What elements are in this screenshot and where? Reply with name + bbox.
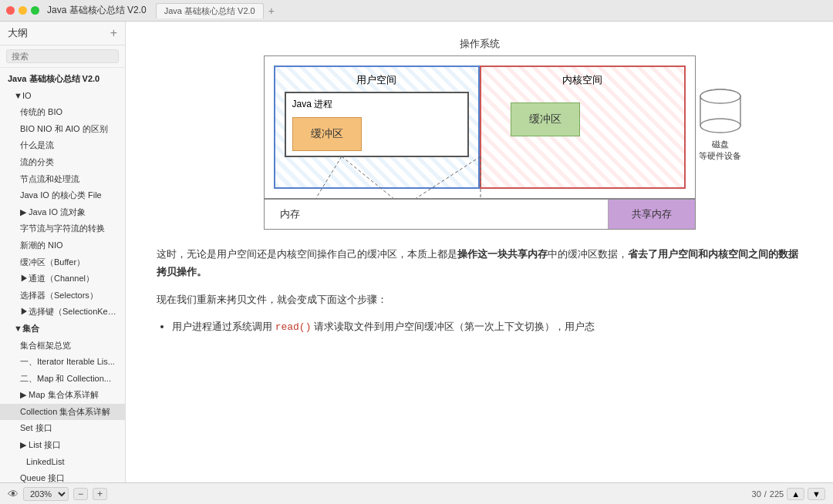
bottom-bar: 👁 203% 100% 150% − + 30 / 225 ▲ ▼ (0, 482, 833, 504)
window-controls (6, 6, 39, 15)
sidebar-tree: Java 基础核心总结 V2.0 ▼IO 传统的 BIO BIO NIO 和 A… (0, 68, 125, 482)
memory-row: 内存 共享内存 (264, 199, 696, 230)
page-next-button[interactable]: ▼ (808, 488, 825, 500)
java-process-box: Java 进程 缓冲区 (285, 92, 469, 157)
diagram-container: 操作系统 用户空间 Java 进程 缓冲区 (264, 37, 696, 230)
sidebar-header: 大纲 + (0, 22, 125, 45)
os-label: 操作系统 (264, 37, 696, 51)
tree-item-list[interactable]: ▶ List 接口 (0, 437, 125, 454)
tree-item-buffer[interactable]: 缓冲区（Buffer） (0, 254, 125, 271)
para1-bold: 操作这一块共享内存 (457, 248, 548, 260)
tree-item-char-stream[interactable]: 字节流与字符流的转换 (0, 220, 125, 237)
tree-item-map-system[interactable]: ▶ Map 集合体系详解 (0, 387, 125, 404)
sidebar-add-button[interactable]: + (110, 26, 117, 40)
tree-item-bio[interactable]: 传统的 BIO (0, 104, 125, 121)
para1-end: 中的缓冲区数据， (548, 248, 628, 260)
app-title: Java 基础核心总结 V2.0 (47, 4, 147, 17)
user-space-label: 用户空间 (282, 73, 472, 87)
tree-item-channel[interactable]: ▶通道（Channel） (0, 270, 125, 287)
zoom-out-button[interactable]: − (73, 488, 88, 500)
add-tab-button[interactable]: + (268, 5, 275, 17)
tree-item-selectionkey[interactable]: ▶选择键（SelectionKey） (0, 304, 125, 321)
tree-item-collection-system[interactable]: Collection 集合体系详解 (0, 404, 125, 421)
disk-label: 磁盘等硬件设备 (693, 139, 747, 163)
zoom-in-button[interactable]: + (93, 488, 107, 500)
tree-item-map-collection[interactable]: 二、Map 和 Collection... (0, 371, 125, 388)
tree-item-java-io-file[interactable]: Java IO 的核心类 File (0, 187, 125, 204)
tree-item-selectors[interactable]: 选择器（Selectors） (0, 287, 125, 304)
shared-mem-label: 共享内存 (608, 200, 695, 229)
page-separator: / (764, 489, 767, 499)
zoom-select[interactable]: 203% 100% 150% (23, 487, 69, 501)
page-number: 30 (752, 489, 761, 499)
tree-item-new-nio[interactable]: 新潮的 NIO (0, 237, 125, 254)
para1: 这时，无论是用户空间还是内核空间操作自己的缓冲区，本质上都是操作这一块共享内存中… (157, 245, 802, 281)
tree-item-iterator[interactable]: 一、Iterator Iterable Lis... (0, 354, 125, 371)
kernel-space-label: 内核空间 (487, 73, 678, 87)
title-bar: Java 基础核心总结 V2.0 Java 基础核心总结 V2.0 + (0, 0, 833, 22)
tree-item-collection[interactable]: ▼集合 (0, 321, 125, 338)
bullet-item-1: 用户进程通过系统调用 read() 请求读取文件到用户空间缓冲区（第一次上下文切… (172, 318, 802, 336)
para2: 现在我们重新来拷贝文件，就会变成下面这个步骤： (157, 291, 802, 308)
para1-text: 这时，无论是用户空间还是内核空间操作自己的缓冲区，本质上都是 (157, 248, 457, 260)
buffer-green: 缓冲区 (511, 102, 580, 136)
sidebar-search-container (0, 45, 125, 68)
bullet1-start: 用户进程通过系统调用 (172, 321, 275, 332)
main-layout: 大纲 + Java 基础核心总结 V2.0 ▼IO 传统的 BIO BIO NI… (0, 22, 833, 482)
tree-item-queue[interactable]: Queue 接口 (0, 470, 125, 482)
user-space: 用户空间 Java 进程 缓冲区 (274, 66, 480, 189)
page-prev-button[interactable]: ▲ (787, 488, 804, 500)
tree-item-collection-overview[interactable]: 集合框架总览 (0, 338, 125, 354)
bullet1-code: read() (275, 321, 312, 333)
os-box: 用户空间 Java 进程 缓冲区 内核空间 缓冲区 (264, 55, 696, 199)
eye-icon: 👁 (8, 488, 19, 500)
disk-svg (699, 89, 742, 135)
content-main: 操作系统 用户空间 Java 进程 缓冲区 (126, 22, 833, 482)
bullet1-end: 请求读取文件到用户空间缓冲区（第一次上下文切换），用户态 (311, 321, 595, 332)
tree-item-linkedlist[interactable]: LinkedList (0, 454, 125, 471)
spaces-row: 用户空间 Java 进程 缓冲区 内核空间 缓冲区 (274, 66, 686, 189)
svg-point-3 (700, 89, 740, 103)
mem-label: 内存 (265, 200, 608, 229)
tree-item-set[interactable]: Set 接口 (0, 420, 125, 437)
content-area: 操作系统 用户空间 Java 进程 缓冲区 (126, 22, 833, 482)
kernel-space: 内核空间 缓冲区 (480, 66, 686, 189)
search-input[interactable] (6, 49, 119, 63)
java-process-label: Java 进程 (292, 98, 461, 111)
maximize-button[interactable] (31, 6, 39, 15)
bottom-bar-right: 30 / 225 ▲ ▼ (752, 488, 825, 500)
sidebar-title: 大纲 (8, 26, 28, 40)
bottom-bar-left: 👁 203% 100% 150% − + (8, 487, 107, 501)
tree-item-stream[interactable]: 什么是流 (0, 137, 125, 154)
tree-item-node-stream[interactable]: 节点流和处理流 (0, 171, 125, 188)
bullet-list: 用户进程通过系统调用 read() 请求读取文件到用户空间缓冲区（第一次上下文切… (172, 318, 802, 336)
sidebar: 大纲 + Java 基础核心总结 V2.0 ▼IO 传统的 BIO BIO NI… (0, 22, 126, 482)
tree-item-io[interactable]: ▼IO (0, 88, 125, 105)
close-button[interactable] (6, 6, 15, 15)
svg-point-2 (700, 119, 740, 133)
tree-item-stream-type[interactable]: 流的分类 (0, 154, 125, 171)
tree-item-java-io-stream[interactable]: ▶ Java IO 流对象 (0, 204, 125, 221)
total-pages: 225 (770, 489, 784, 499)
tree-item-bio-diff[interactable]: BIO NIO 和 AIO 的区别 (0, 121, 125, 138)
tab-main[interactable]: Java 基础核心总结 V2.0 (156, 3, 264, 18)
tree-item-root[interactable]: Java 基础核心总结 V2.0 (0, 71, 125, 88)
disk-icon: 磁盘等硬件设备 (693, 89, 747, 163)
minimize-button[interactable] (19, 6, 27, 15)
buffer-orange: 缓冲区 (292, 117, 362, 151)
